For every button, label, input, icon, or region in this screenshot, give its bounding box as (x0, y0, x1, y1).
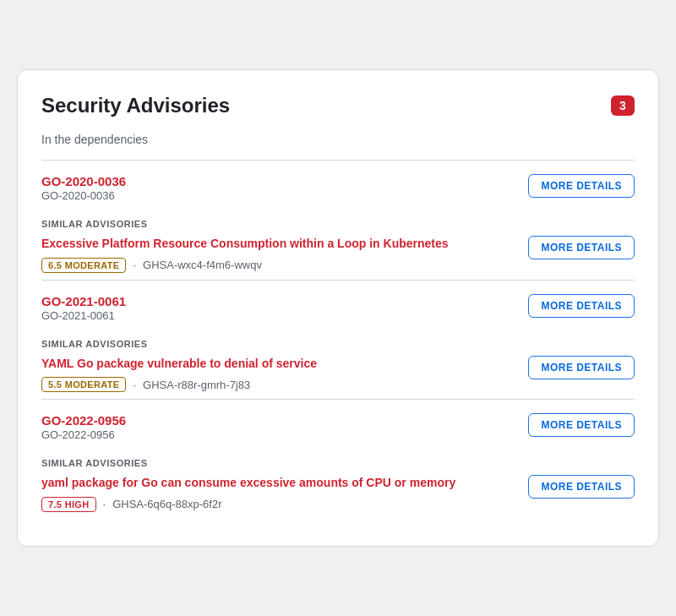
advisory-group-1: GO-2020-0036 GO-2020-0036 MORE DETAILS S… (41, 160, 635, 273)
advisory-main-row-1: GO-2020-0036 GO-2020-0036 MORE DETAILS (41, 174, 635, 212)
ghsa-2-0: GHSA-r88r-gmrh-7j83 (143, 379, 250, 391)
more-details-button-1-0[interactable]: MORE DETAILS (528, 236, 635, 259)
advisory-main-row-3: GO-2022-0956 GO-2022-0956 MORE DETAILS (41, 413, 635, 451)
similar-label-1: SIMILAR ADVISORIES (41, 219, 635, 229)
more-details-button-1[interactable]: MORE DETAILS (528, 174, 635, 198)
advisory-id-area-2: GO-2021-0061 GO-2021-0061 (41, 294, 126, 332)
similar-meta-1-0: 6.5 MODERATE · GHSA-wxc4-f4m6-wwqv (41, 258, 515, 273)
dot-3-0: · (103, 498, 106, 510)
security-advisories-card: Security Advisories 3 In the dependencie… (17, 69, 659, 547)
advisory-id-area-1: GO-2020-0036 GO-2020-0036 (41, 174, 126, 212)
severity-badge-2-0: 5.5 MODERATE (41, 377, 126, 392)
card-title: Security Advisories (41, 94, 230, 117)
dot-1-0: · (133, 259, 136, 271)
advisory-count-badge: 3 (611, 95, 635, 116)
similar-content-2-0: YAML Go package vulnerable to denial of … (41, 356, 528, 393)
similar-content-1-0: Excessive Platform Resource Consumption … (41, 236, 528, 273)
similar-title-2-0[interactable]: YAML Go package vulnerable to denial of … (41, 356, 515, 373)
severity-badge-3-0: 7.5 HIGH (41, 497, 96, 512)
more-details-button-3[interactable]: MORE DETAILS (528, 413, 635, 437)
similar-title-3-0[interactable]: yaml package for Go can consume excessiv… (41, 475, 515, 492)
ghsa-1-0: GHSA-wxc4-f4m6-wwqv (143, 259, 262, 271)
advisory-id-sub-3: GO-2022-0956 (41, 428, 126, 441)
more-details-button-2[interactable]: MORE DETAILS (528, 294, 635, 318)
card-header: Security Advisories 3 (41, 94, 635, 117)
advisory-id-link-3[interactable]: GO-2022-0956 (41, 413, 126, 428)
more-details-button-3-0[interactable]: MORE DETAILS (528, 475, 635, 499)
ghsa-3-0: GHSA-6q6q-88xp-6f2r (112, 498, 221, 510)
similar-row-3-0: yaml package for Go can consume excessiv… (41, 475, 635, 512)
section-label: In the dependencies (41, 133, 635, 146)
advisory-group-2: GO-2021-0061 GO-2021-0061 MORE DETAILS S… (41, 280, 635, 393)
advisory-id-sub-1: GO-2020-0036 (41, 189, 126, 202)
advisory-id-area-3: GO-2022-0956 GO-2022-0956 (41, 413, 126, 451)
advisory-group-3: GO-2022-0956 GO-2022-0956 MORE DETAILS S… (41, 399, 635, 512)
similar-meta-2-0: 5.5 MODERATE · GHSA-r88r-gmrh-7j83 (41, 377, 515, 392)
similar-content-3-0: yaml package for Go can consume excessiv… (41, 475, 528, 512)
dot-2-0: · (133, 379, 136, 391)
similar-meta-3-0: 7.5 HIGH · GHSA-6q6q-88xp-6f2r (41, 497, 515, 512)
more-details-button-2-0[interactable]: MORE DETAILS (528, 356, 635, 379)
advisory-id-link-2[interactable]: GO-2021-0061 (41, 294, 126, 308)
similar-label-3: SIMILAR ADVISORIES (41, 458, 635, 468)
advisory-id-sub-2: GO-2021-0061 (41, 309, 126, 322)
advisory-id-link-1[interactable]: GO-2020-0036 (41, 174, 126, 188)
similar-label-2: SIMILAR ADVISORIES (41, 339, 635, 349)
similar-title-1-0[interactable]: Excessive Platform Resource Consumption … (41, 236, 515, 253)
similar-row-2-0: YAML Go package vulnerable to denial of … (41, 356, 635, 393)
similar-row-1-0: Excessive Platform Resource Consumption … (41, 236, 635, 273)
advisory-main-row-2: GO-2021-0061 GO-2021-0061 MORE DETAILS (41, 294, 635, 332)
severity-badge-1-0: 6.5 MODERATE (41, 258, 126, 273)
